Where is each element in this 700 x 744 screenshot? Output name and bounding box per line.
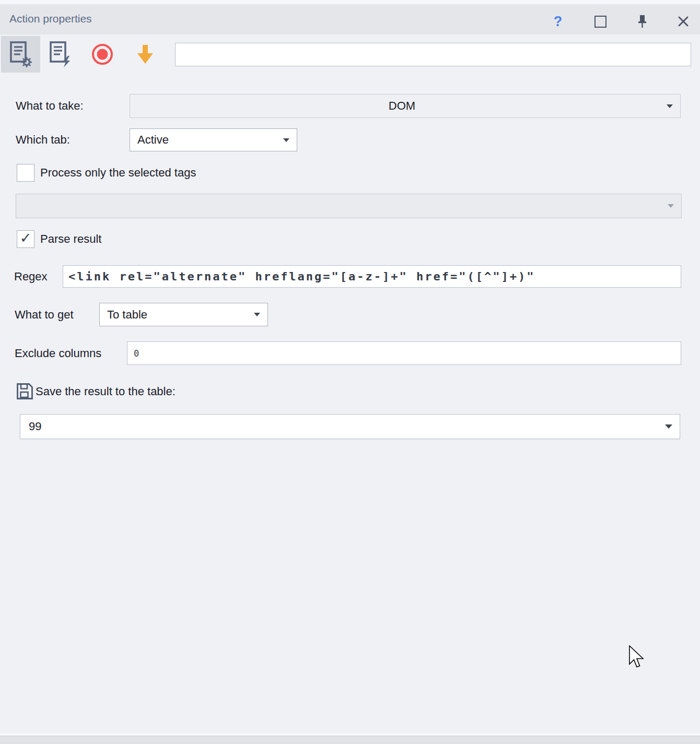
action-code-tab-button[interactable]	[41, 36, 80, 73]
insert-action-button[interactable]	[125, 36, 165, 73]
selected-tags-dropdown[interactable]	[16, 194, 682, 218]
parse-result-checkbox[interactable]: ✓	[17, 230, 34, 248]
record-icon	[91, 43, 114, 66]
what-to-get-value: To table	[100, 308, 254, 322]
save-floppy-icon	[16, 382, 34, 400]
help-icon: ?	[554, 14, 563, 30]
maximize-icon	[594, 16, 606, 28]
maximize-button[interactable]	[589, 10, 612, 33]
save-table-dropdown[interactable]: 99	[20, 414, 680, 439]
process-tags-checkbox[interactable]: ✓	[17, 164, 34, 182]
pin-icon	[636, 14, 649, 29]
regex-label: Regex	[14, 265, 48, 288]
dropdown-arrow-icon	[283, 138, 289, 142]
save-table-value: 99	[20, 420, 665, 433]
save-to-table-label: Save the result to the table:	[36, 383, 176, 400]
what-to-take-dropdown[interactable]: DOM	[130, 94, 681, 118]
process-tags-label: Process only the selected tags	[40, 164, 196, 182]
window-title: Action properties	[9, 4, 92, 34]
action-properties-panel: Action properties ?	[0, 0, 700, 744]
what-to-take-label: What to take:	[16, 94, 84, 118]
help-button[interactable]: ?	[546, 10, 569, 33]
which-tab-dropdown[interactable]: Active	[130, 128, 297, 151]
dropdown-arrow-icon	[665, 424, 672, 429]
dropdown-arrow-icon	[667, 104, 673, 108]
what-to-get-label: What to get	[15, 303, 74, 326]
action-name-input[interactable]	[175, 43, 691, 66]
document-gear-icon	[8, 40, 33, 68]
dropdown-arrow-icon	[254, 313, 260, 316]
record-button[interactable]	[83, 36, 122, 73]
titlebar[interactable]: Action properties ?	[0, 4, 700, 34]
outer-frame-bar	[0, 736, 700, 744]
which-tab-value: Active	[130, 133, 283, 147]
checkmark-icon: ✓	[20, 231, 32, 245]
what-to-get-dropdown[interactable]: To table	[99, 303, 268, 326]
regex-input[interactable]	[63, 265, 681, 288]
action-settings-tab-button[interactable]	[1, 36, 40, 73]
pin-button[interactable]	[631, 10, 654, 33]
exclude-columns-input[interactable]	[127, 341, 681, 365]
close-icon	[677, 15, 690, 28]
what-to-take-value: DOM	[130, 99, 667, 113]
parse-result-label: Parse result	[40, 230, 101, 248]
down-arrow-icon	[134, 43, 156, 65]
document-lightning-icon	[48, 40, 73, 68]
window-top-edge	[0, 0, 700, 4]
exclude-columns-label: Exclude columns	[15, 341, 101, 365]
mouse-cursor	[628, 645, 646, 670]
which-tab-label: Which tab:	[16, 128, 70, 151]
close-button[interactable]	[672, 10, 695, 33]
dropdown-arrow-icon	[668, 204, 674, 208]
